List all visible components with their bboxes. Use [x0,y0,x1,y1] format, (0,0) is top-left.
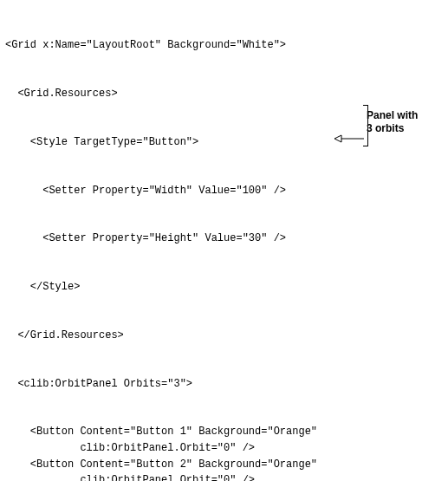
code-line-setter-width: <Setter Property="Width" Value="100" /> [5,183,448,199]
code-listing: <Grid x:Name="LayoutRoot" Background="Wh… [0,0,448,481]
buttons-container: <Button Content="Button 1" Background="O… [5,424,448,481]
code-line-button-0-b: clib:OrbitPanel.Orbit="0" /> [5,440,448,457]
code-line-grid-open: <Grid x:Name="LayoutRoot" Background="Wh… [5,37,448,54]
code-line-button-0-a: <Button Content="Button 1" Background="O… [5,424,448,440]
code-line-orbitpanel-open: <clib:OrbitPanel Orbits="3"> [5,376,448,393]
code-line-resources-close: </Grid.Resources> [5,328,448,344]
code-line-button-1-a: <Button Content="Button 2" Background="O… [5,457,448,473]
annotation-line-2: 3 orbits [367,122,404,134]
code-line-setter-height: <Setter Property="Height" Value="30" /> [5,231,448,247]
annotation-line-1: Panel with [367,109,418,121]
code-line-button-1-b: clib:OrbitPanel.Orbit="0" /> [5,472,448,481]
code-line-resources-open: <Grid.Resources> [5,86,448,102]
annotation-label: Panel with 3 orbits [367,109,445,135]
code-line-style-open: <Style TargetType="Button"> [5,134,448,151]
code-line-style-close: </Style> [5,279,448,296]
